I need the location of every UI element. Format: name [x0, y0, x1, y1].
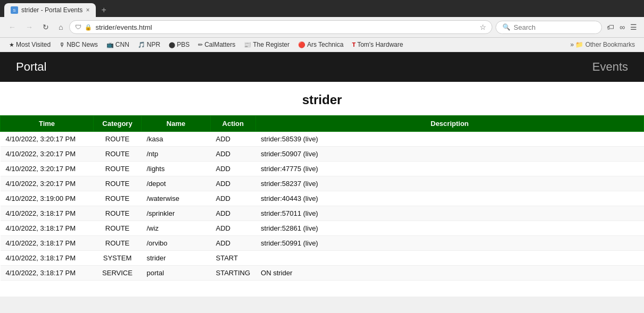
bookmark-label: Tom's Hardware	[357, 41, 403, 48]
page-title: strider	[0, 92, 644, 107]
table-cell-action: ADD	[211, 132, 256, 147]
table-row: 4/10/2022, 3:20:17 PMROUTE/lightsADDstri…	[1, 162, 644, 176]
table-cell-description: strider:58237 (live)	[255, 176, 643, 191]
bookmark-cnn[interactable]: 📺 CNN	[103, 39, 133, 50]
table-cell-description: strider:50907 (live)	[255, 147, 643, 162]
events-table: Time Category Name Action Description 4/…	[0, 115, 644, 281]
bookmark-pbs[interactable]: ⬤ PBS	[165, 39, 193, 50]
bookmark-npr[interactable]: 🎵 NPR	[134, 39, 164, 50]
table-cell-name: /wiz	[142, 221, 211, 236]
table-cell-description: strider:52861 (live)	[255, 221, 643, 236]
shield-icon: 🛡	[75, 23, 81, 31]
table-cell-action: ADD	[211, 162, 256, 176]
table-cell-time: 4/10/2022, 3:20:17 PM	[1, 176, 94, 191]
col-header-category: Category	[94, 116, 142, 132]
bookmark-register[interactable]: 📰 The Register	[240, 39, 293, 50]
table-cell-action: START	[211, 251, 256, 266]
table-cell-category: SYSTEM	[94, 251, 142, 266]
table-header-row: Time Category Name Action Description	[1, 116, 644, 132]
table-cell-name: /depot	[142, 176, 211, 191]
reload-button[interactable]: ↻	[39, 21, 52, 33]
more-bookmarks-icon: »	[571, 41, 574, 48]
table-cell-category: ROUTE	[94, 147, 142, 162]
more-bookmarks-button[interactable]: » 📁 Other Bookmarks	[567, 39, 639, 50]
table-cell-name: strider	[142, 251, 211, 266]
bookmark-most-visited[interactable]: ★ Most Visited	[5, 39, 54, 50]
header-portal: Portal	[0, 52, 322, 82]
bookmark-label: Ars Technica	[307, 41, 343, 48]
table-cell-category: ROUTE	[94, 162, 142, 176]
active-tab[interactable]: S strider - Portal Events ×	[4, 3, 96, 17]
table-row: 4/10/2022, 3:18:17 PMSYSTEMstriderSTART	[1, 251, 644, 266]
table-cell-category: ROUTE	[94, 236, 142, 251]
table-cell-action: ADD	[211, 236, 256, 251]
nbc-icon: 🎙	[59, 41, 65, 48]
bookmark-calmatters[interactable]: ✏ CalMatters	[194, 39, 239, 50]
table-row: 4/10/2022, 3:18:17 PMROUTE/orviboADDstri…	[1, 236, 644, 251]
page-header: Portal Events	[0, 52, 644, 82]
table-cell-time: 4/10/2022, 3:20:17 PM	[1, 162, 94, 176]
table-cell-category: ROUTE	[94, 132, 142, 147]
reader-mode-icon[interactable]: ∞	[618, 21, 626, 33]
header-events: Events	[322, 52, 644, 82]
table-cell-description: strider:47775 (live)	[255, 162, 643, 176]
bookmark-toms[interactable]: T Tom's Hardware	[348, 39, 407, 50]
forward-button[interactable]: →	[22, 21, 36, 33]
table-cell-time: 4/10/2022, 3:18:17 PM	[1, 251, 94, 266]
lock-icon: 🔒	[85, 24, 92, 31]
table-row: 4/10/2022, 3:18:17 PMSERVICEportalSTARTI…	[1, 266, 644, 281]
tab-close-button[interactable]: ×	[86, 6, 89, 14]
other-bookmarks-label: 📁 Other Bookmarks	[575, 41, 635, 48]
new-tab-button[interactable]: +	[97, 3, 110, 17]
bookmark-nbc[interactable]: 🎙 NBC News	[55, 39, 102, 50]
table-cell-time: 4/10/2022, 3:20:17 PM	[1, 132, 94, 147]
bookmark-label: NPR	[147, 41, 160, 48]
table-cell-time: 4/10/2022, 3:20:17 PM	[1, 147, 94, 162]
bookmark-label: NBC News	[67, 41, 98, 48]
col-header-action: Action	[211, 116, 256, 132]
nav-bar: ← → ↻ ⌂ 🛡 🔒 ☆ 🔍 🏷 ∞ ☰	[0, 17, 644, 38]
search-icon: 🔍	[502, 23, 510, 31]
table-cell-action: ADD	[211, 221, 256, 236]
table-cell-description	[255, 251, 643, 266]
table-cell-action: ADD	[211, 206, 256, 221]
table-row: 4/10/2022, 3:20:17 PMROUTE/kasaADDstride…	[1, 132, 644, 147]
table-cell-time: 4/10/2022, 3:19:00 PM	[1, 191, 94, 206]
home-button[interactable]: ⌂	[55, 21, 66, 33]
table-cell-time: 4/10/2022, 3:18:17 PM	[1, 206, 94, 221]
menu-icon[interactable]: ☰	[629, 21, 639, 33]
bookmark-ars[interactable]: 🔴 Ars Technica	[294, 39, 347, 50]
table-cell-name: /kasa	[142, 132, 211, 147]
table-cell-name: /lights	[142, 162, 211, 176]
page-content: Portal Events strider Time Category Name…	[0, 52, 644, 297]
table-cell-description: strider:57011 (live)	[255, 206, 643, 221]
bookmark-star-icon[interactable]: ☆	[480, 23, 486, 31]
address-input[interactable]	[95, 23, 476, 31]
tab-bar: S strider - Portal Events × +	[0, 0, 644, 17]
table-cell-description: strider:50991 (live)	[255, 236, 643, 251]
cnn-icon: 📺	[106, 41, 114, 48]
bookmark-label: CNN	[115, 41, 129, 48]
register-icon: 📰	[244, 41, 251, 48]
table-cell-name: /waterwise	[142, 191, 211, 206]
col-header-time: Time	[1, 116, 94, 132]
table-row: 4/10/2022, 3:20:17 PMROUTE/depotADDstrid…	[1, 176, 644, 191]
table-cell-category: ROUTE	[94, 206, 142, 221]
bookmarks-bar: ★ Most Visited 🎙 NBC News 📺 CNN 🎵 NPR ⬤ …	[0, 38, 644, 52]
address-bar[interactable]: 🛡 🔒 ☆	[69, 20, 492, 34]
back-button[interactable]: ←	[5, 21, 19, 33]
bookmark-label: CalMatters	[204, 41, 235, 48]
table-row: 4/10/2022, 3:20:17 PMROUTE/ntpADDstrider…	[1, 147, 644, 162]
table-row: 4/10/2022, 3:18:17 PMROUTE/wizADDstrider…	[1, 221, 644, 236]
page-title-area: strider	[0, 82, 644, 115]
tab-title: strider - Portal Events	[21, 6, 82, 14]
pocket-icon[interactable]: 🏷	[605, 21, 616, 33]
search-bar[interactable]: 🔍	[496, 21, 602, 34]
table-cell-name: /ntp	[142, 147, 211, 162]
table-cell-name: /sprinkler	[142, 206, 211, 221]
search-input[interactable]	[514, 23, 588, 31]
col-header-description: Description	[255, 116, 643, 132]
table-cell-time: 4/10/2022, 3:18:17 PM	[1, 236, 94, 251]
toms-icon: T	[352, 41, 356, 48]
table-cell-time: 4/10/2022, 3:18:17 PM	[1, 221, 94, 236]
